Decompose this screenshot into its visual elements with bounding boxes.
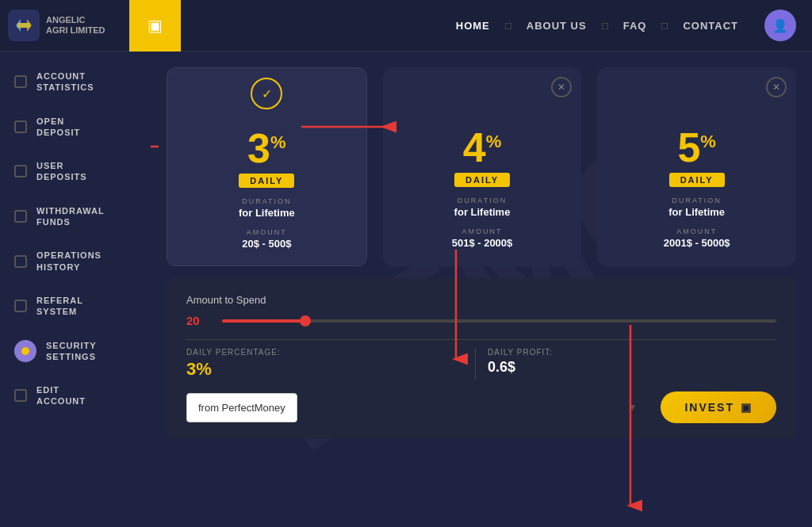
sidebar-item-open-deposit[interactable]: OPENDEPOSIT	[0, 105, 151, 150]
sidebar-label-user: USERDEPOSITS	[36, 160, 87, 183]
slider-thumb[interactable]	[300, 315, 311, 327]
sidebar-checkbox-account	[14, 75, 27, 88]
invest-button-icon: ▣	[741, 401, 753, 414]
plan-card-3[interactable]: ✕ 5% DAILY DURATION for Lifetime AMOUNT …	[597, 67, 796, 266]
sidebar-label-account: ACCOUNTSTATISTICS	[36, 71, 94, 94]
sidebar-item-withdrawal[interactable]: WITHDRAWALFUNDS	[0, 194, 151, 239]
sidebar: ACCOUNTSTATISTICS OPENDEPOSIT USERDEPOSI…	[0, 52, 151, 527]
plan-1-check-button[interactable]: ✓	[251, 78, 282, 109]
sidebar-label-referral: REFERALSYSTEM	[36, 295, 83, 318]
logo-area: ANGELIC AGRI LIMITED	[0, 10, 105, 41]
plan-3-amount: AMOUNT 2001$ - 5000$	[613, 227, 780, 249]
invest-panel: Amount to Spend 20 Daily Percentage: 3% …	[167, 278, 796, 439]
plan-1-daily-badge: DAILY	[239, 174, 294, 188]
user-avatar[interactable]: 👤	[764, 10, 796, 41]
sidebar-label-deposit: OPENDEPOSIT	[36, 116, 80, 139]
sidebar-item-edit-account[interactable]: EDITACCOUNT	[0, 373, 151, 418]
nav-home[interactable]: HOME	[450, 16, 496, 36]
logo-text: ANGELIC AGRI LIMITED	[46, 15, 105, 36]
sidebar-item-account-statistics[interactable]: ACCOUNTSTATISTICS	[0, 59, 151, 105]
sidebar-item-security[interactable]: SECURITYSETTINGS	[0, 329, 151, 374]
plan-card-2[interactable]: ✕ 4% DAILY DURATION for Lifetime AMOUNT …	[383, 67, 582, 266]
nav-sep-2: ◻	[601, 20, 609, 31]
security-dot-inner	[21, 347, 29, 355]
plan-2-percent: 4%	[463, 127, 501, 168]
plan-1-duration: DURATION for Lifetime	[183, 197, 350, 219]
nav-faq[interactable]: FAQ	[617, 16, 653, 36]
header-left: ANGELIC AGRI LIMITED ▣	[0, 0, 181, 52]
nav-contact[interactable]: CONTACT	[676, 16, 745, 36]
plans-row: ✓ 3% DAILY DURATION for Lifetime AMOUNT …	[167, 67, 796, 266]
bottom-row: from PerfectMoney from Bitcoin from Ethe…	[186, 391, 776, 423]
header-nav: HOME ◻ ABOUT US ◻ FAQ ◻ CONTACT 👤	[450, 10, 796, 41]
sidebar-label-withdrawal: WITHDRAWALFUNDS	[36, 205, 105, 228]
sidebar-checkbox-operations	[14, 255, 27, 268]
daily-percentage-label: Daily Percentage:	[186, 348, 463, 357]
plan-2-duration: DURATION for Lifetime	[399, 197, 566, 218]
header-yellow-icon: ▣	[147, 16, 163, 35]
select-arrow-icon: ▼	[628, 402, 638, 413]
sidebar-checkbox-user	[14, 165, 27, 178]
sidebar-checkbox-withdrawal	[14, 210, 27, 223]
plan-3-percent: 5%	[677, 127, 715, 168]
security-dot	[14, 340, 36, 362]
main-layout: ACCOUNTSTATISTICS OPENDEPOSIT USERDEPOSI…	[0, 52, 812, 527]
header: ANGELIC AGRI LIMITED ▣ HOME ◻ ABOUT US ◻…	[0, 0, 812, 52]
plan-1-amount: AMOUNT 20$ - 500$	[183, 228, 350, 250]
sidebar-checkbox-deposit	[14, 120, 27, 133]
sidebar-label-operations: OPERATIONSHISTORY	[36, 250, 102, 273]
plan-card-1[interactable]: ✓ 3% DAILY DURATION for Lifetime AMOUNT …	[167, 67, 367, 266]
logo-icon	[8, 10, 40, 41]
nav-about[interactable]: ABOUT US	[520, 16, 593, 36]
nav-sep-1: ◻	[504, 20, 512, 31]
slider-fill	[222, 319, 305, 323]
daily-profit-label: Daily Profit:	[488, 348, 764, 357]
sidebar-label-security: SECURITYSETTINGS	[46, 340, 97, 363]
daily-percentage-cell: Daily Percentage: 3%	[186, 348, 475, 380]
header-yellow-box[interactable]: ▣	[129, 0, 181, 52]
invest-button[interactable]: INVEST ▣	[661, 391, 776, 423]
plan-3-close-button[interactable]: ✕	[766, 77, 787, 97]
sidebar-item-operations[interactable]: OPERATIONSHISTORY	[0, 239, 151, 284]
sidebar-checkbox-edit	[14, 389, 27, 402]
payment-select[interactable]: from PerfectMoney from Bitcoin from Ethe…	[186, 393, 297, 422]
sidebar-checkbox-referral	[14, 300, 27, 312]
invest-button-label: INVEST	[684, 401, 734, 414]
daily-profit-value: 0.6$	[488, 359, 764, 376]
plan-2-amount: AMOUNT 501$ - 2000$	[399, 227, 566, 249]
amount-value: 20	[186, 314, 210, 327]
sidebar-item-referral[interactable]: REFERALSYSTEM	[0, 284, 151, 329]
plan-1-percent: 3%	[247, 128, 285, 169]
divider	[186, 339, 776, 340]
slider-track[interactable]	[222, 319, 776, 323]
amount-row: 20	[186, 314, 776, 327]
logo-svg	[13, 17, 35, 34]
payment-select-wrapper[interactable]: from PerfectMoney from Bitcoin from Ethe…	[186, 393, 645, 422]
nav-sep-3: ◻	[661, 20, 668, 31]
main-content: ✓ 3% DAILY DURATION for Lifetime AMOUNT …	[151, 52, 812, 527]
amount-to-spend-label: Amount to Spend	[186, 294, 776, 306]
plan-3-duration: DURATION for Lifetime	[613, 197, 780, 218]
sidebar-item-user-deposits[interactable]: USERDEPOSITS	[0, 149, 151, 194]
avatar-icon: 👤	[772, 18, 788, 33]
sidebar-label-edit: EDITACCOUNT	[36, 384, 86, 407]
arrow-open-deposit	[151, 135, 167, 158]
plan-2-daily-badge: DAILY	[454, 173, 510, 187]
daily-percentage-value: 3%	[186, 359, 463, 380]
daily-profit-cell: Daily Profit: 0.6$	[475, 348, 776, 380]
stats-row: Daily Percentage: 3% Daily Profit: 0.6$	[186, 348, 776, 380]
plan-2-close-button[interactable]: ✕	[551, 77, 572, 97]
plan-3-daily-badge: DAILY	[669, 173, 725, 187]
